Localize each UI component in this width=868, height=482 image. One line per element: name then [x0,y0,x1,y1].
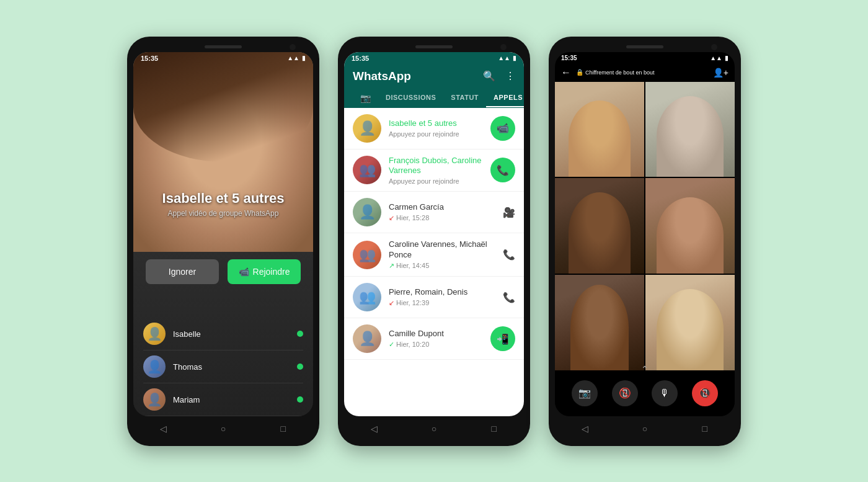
phone-1-screen: 15:35 ▲▲ ▮ Isabelle et 5 autres Appel vi… [133,52,313,416]
video-grid [555,82,735,371]
nav-home-1[interactable]: ○ [217,422,229,435]
call-item-caroline[interactable]: 👥 Caroline Varennes, Michaël Ponce ↗ Hie… [344,233,524,277]
chevron-icon[interactable]: ⌃ [641,364,649,374]
join-button[interactable]: 📹 Rejoindre [228,259,301,284]
nav-home-2[interactable]: ○ [428,422,440,435]
mic-mute-btn[interactable]: 🎙 [652,380,678,406]
call-meta-3: ↙ Hier, 15:28 [389,214,503,222]
tab-statut[interactable]: STATUT [443,89,486,107]
back-arrow[interactable]: ← [561,67,571,78]
call-info-3: Carmen García ↙ Hier, 15:28 [389,202,503,222]
call-meta-4: ↗ Hier, 14:45 [389,262,503,270]
video-header: 15:35 ▲▲ ▮ ← 🔒 Chiffrement de bout en bo… [555,52,735,82]
call-info: Isabelle et 5 autres Appel vidéo de grou… [133,190,313,218]
call-item-isabelle[interactable]: 👤 Isabelle et 5 autres Appuyez pour rejo… [344,108,524,150]
nav-back-1[interactable]: ◁ [157,422,169,435]
nav-recent-2[interactable]: □ [488,422,500,435]
ignore-button[interactable]: Ignorer [146,259,219,284]
avatar-thomas: 👤 [143,355,166,378]
phone-1-notch [133,45,313,48]
add-call-btn-6[interactable]: 📲 [490,326,515,351]
caller-face [133,52,313,252]
phone-icon-2: 📞 [497,164,509,176]
search-icon[interactable]: 🔍 [483,70,495,82]
calls-list: 👤 Isabelle et 5 autres Appuyez pour rejo… [344,108,524,416]
camera-ctrl-btn[interactable]: 📷 [572,380,598,406]
encryption-text: Chiffrement de bout en bout [585,69,713,76]
name-mariam: Mariam [173,395,297,404]
tabs: 📷 DISCUSSIONS STATUT APPELS [353,88,515,108]
participant-isabelle: 👤 Isabelle [143,318,303,350]
online-dot-mariam [297,396,303,403]
call-info-5: Pierre, Romain, Denis ↙ Hier, 12:39 [389,287,503,307]
call-meta-6: ✓ Hier, 10:20 [389,341,490,349]
signal-icon: ▲▲ [287,55,299,61]
tab-appels[interactable]: APPELS [486,89,524,107]
video-cell-3 [555,178,644,274]
tab-discussions[interactable]: DISCUSSIONS [378,89,443,107]
call-item-carmen[interactable]: 👤 Carmen García ↙ Hier, 15:28 🎥 [344,192,524,233]
time-3: 15:35 [561,55,577,61]
phone-icon-5: 📞 [503,292,515,303]
nav-recent-1[interactable]: □ [277,422,290,435]
app-title: WhatsApp [353,69,411,83]
phone-2-notch [344,45,524,48]
end-call-btn[interactable]: 📵 [692,380,718,406]
call-info-1: Isabelle et 5 autres Appuyez pour rejoin… [389,118,490,138]
phone-call-btn-2[interactable]: 📞 [490,158,515,182]
lock-icon: 🔒 [576,69,583,76]
battery-3: ▮ [725,55,728,61]
speaker [205,45,242,48]
nav-home-3[interactable]: ○ [639,422,651,435]
phone-icon-4: 📞 [503,249,515,261]
video-off-icon: 📵 [619,387,631,399]
camera-icon: 📷 [578,387,591,399]
video-icon-3: 🎥 [503,207,515,218]
video-cell-4 [645,178,735,274]
nav-recent-3[interactable]: □ [699,422,711,435]
status-bar-2: 15:35 ▲▲ ▮ [344,52,524,63]
call-avatar-3: 👤 [353,198,381,226]
call-avatar-5: 👥 [353,283,381,311]
call-avatar-4: 👥 [353,241,381,269]
end-call-icon: 📵 [699,387,711,399]
battery-icon-2: ▮ [513,55,516,61]
contact-name-2: François Dubois, Caroline Varrenes [389,156,490,177]
phone-3: 15:35 ▲▲ ▮ ← 🔒 Chiffrement de bout en bo… [549,37,741,446]
avatar-mariam: 👤 [143,388,166,411]
add-participant-icon[interactable]: 👤+ [713,68,728,78]
call-item-camille[interactable]: 👤 Camille Dupont ✓ Hier, 10:20 📲 [344,318,524,360]
front-camera [290,44,296,50]
contact-name-3: Carmen García [389,202,503,213]
video-call-btn-1[interactable]: 📹 [490,116,515,141]
contact-name-1: Isabelle et 5 autres [389,118,490,129]
phone-3-screen: 15:35 ▲▲ ▮ ← 🔒 Chiffrement de bout en bo… [555,52,735,416]
contact-name-4: Caroline Varennes, Michaël Ponce [389,239,503,261]
call-info-2: François Dubois, Caroline Varrenes Appuy… [389,156,490,185]
video-mute-btn[interactable]: 📵 [612,380,638,406]
menu-icon[interactable]: ⋮ [505,70,515,82]
phone-2-screen: 15:35 ▲▲ ▮ WhatsApp 🔍 ⋮ 📷 DISCUSSIONS ST… [344,52,524,416]
nav-back-2[interactable]: ◁ [368,422,380,435]
online-dot-thomas [297,364,303,370]
name-thomas: Thomas [173,362,297,372]
name-isabelle: Isabelle [173,329,297,339]
camera-tab[interactable]: 📷 [353,88,378,108]
video-cell-6 [645,275,735,370]
contact-name-6: Camille Dupont [389,329,490,339]
video-cell-2 [645,82,735,177]
status-bar-1: 15:35 ▲▲ ▮ [133,52,313,63]
speaker-3 [626,45,663,48]
call-item-francois[interactable]: 👥 François Dubois, Caroline Varrenes App… [344,150,524,192]
signal-icon-2: ▲▲ [498,55,510,61]
call-info-6: Camille Dupont ✓ Hier, 10:20 [389,329,490,349]
call-buttons: Ignorer 📹 Rejoindre [133,259,313,284]
call-meta-2: Appuyez pour rejoindre [389,177,490,185]
nav-back-3[interactable]: ◁ [578,422,591,435]
caller-photo [133,52,313,252]
call-item-pierre[interactable]: 👥 Pierre, Romain, Denis ↙ Hier, 12:39 📞 [344,277,524,318]
online-dot-isabelle [297,331,303,337]
battery-icon: ▮ [302,55,306,61]
phone-2: 15:35 ▲▲ ▮ WhatsApp 🔍 ⋮ 📷 DISCUSSIONS ST… [338,37,530,446]
front-camera-2 [500,44,507,50]
